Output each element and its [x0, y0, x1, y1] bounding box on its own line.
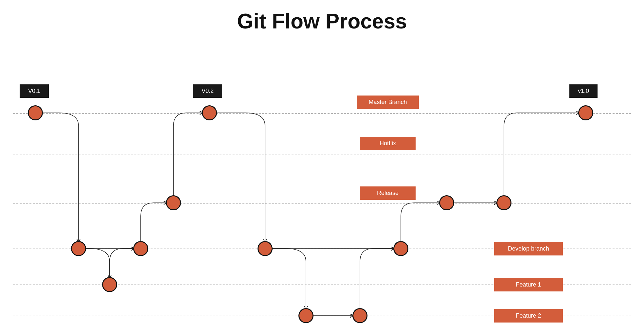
commit-d2	[133, 241, 148, 256]
edge-m2-d3	[216, 113, 265, 242]
diagram-canvas: Git Flow Process Master Branch Hotflix R…	[0, 0, 644, 332]
lane-label-feature2: Feature 2	[494, 309, 563, 323]
commit-d1	[71, 241, 86, 256]
commit-r2	[439, 195, 454, 210]
commit-m2	[202, 105, 217, 120]
edge-m1-d1	[42, 113, 79, 242]
edge-f1-d2	[110, 249, 134, 278]
edge-f2b-d4	[360, 249, 394, 309]
lane-hotfix	[13, 154, 631, 154]
tag-v02: V0.2	[193, 84, 222, 98]
edge-d2-r1	[141, 203, 167, 242]
commit-r3	[496, 195, 511, 210]
commit-d3	[258, 241, 273, 256]
tag-v01: V0.1	[20, 84, 49, 98]
lane-label-master: Master Branch	[357, 96, 419, 109]
lane-label-hotfix: Hotflix	[360, 137, 416, 150]
edge-r3-m3	[504, 113, 579, 196]
edge-d1-f1	[85, 249, 110, 278]
commit-d4	[393, 241, 408, 256]
commit-r1	[166, 195, 181, 210]
commit-f1	[102, 277, 117, 292]
edge-d3-f2a	[272, 249, 306, 309]
lane-label-develop: Develop branch	[494, 242, 563, 255]
tag-v10: v1.0	[569, 84, 598, 98]
edge-d4-r2	[401, 203, 440, 242]
commit-m1	[28, 105, 43, 120]
commit-f2b	[352, 308, 367, 323]
commit-f2a	[298, 308, 313, 323]
lane-label-feature1: Feature 1	[494, 278, 563, 291]
lane-release	[13, 203, 631, 203]
edge-r1-m2	[173, 113, 203, 196]
lane-label-release: Release	[360, 186, 416, 200]
commit-m3	[578, 105, 593, 120]
lane-master	[13, 113, 631, 114]
diagram-title: Git Flow Process	[0, 9, 644, 33]
